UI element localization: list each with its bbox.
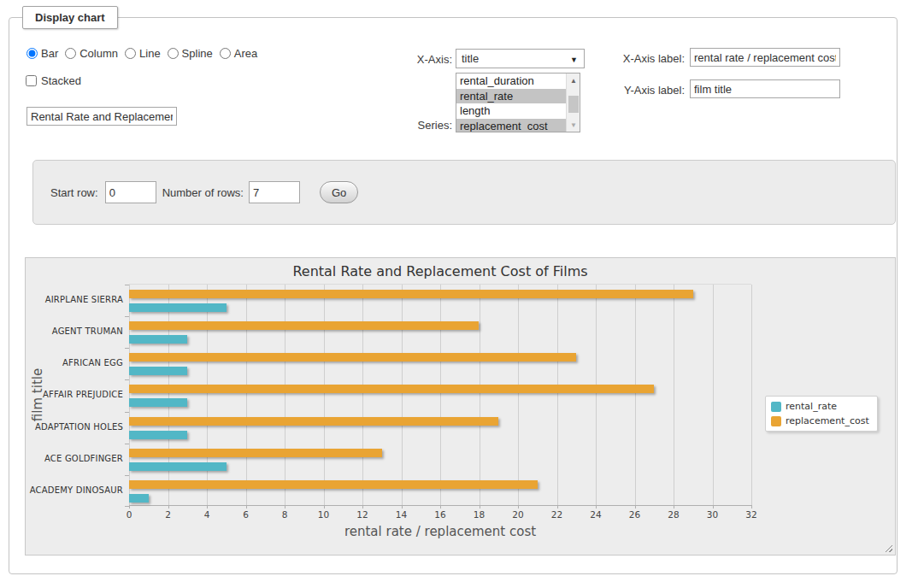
chart-legend: rental_ratereplacement_cost [765, 396, 878, 432]
fieldset-legend: Display chart [22, 6, 118, 29]
category-band [129, 348, 751, 379]
x-axis-select[interactable]: title ▼ [456, 49, 585, 68]
radio-label-bar: Bar [41, 47, 58, 60]
radio-label-spline: Spline [182, 47, 213, 60]
num-rows-label: Number of rows: [162, 186, 244, 199]
x-tick-label: 18 [462, 509, 497, 520]
x-tick-label: 24 [579, 509, 613, 520]
x-tick-label: 4 [190, 509, 224, 520]
y-axis-label-input[interactable] [690, 79, 840, 98]
x-tick-label: 8 [268, 509, 302, 520]
bar-replacement_cost [129, 290, 693, 298]
chart-title: Rental Rate and Replacement Cost of Film… [129, 263, 751, 279]
category-label: AIRPLANE SIERRA [26, 284, 123, 315]
start-row-label: Start row: [50, 186, 98, 199]
x-axis-title: rental rate / replacement cost [129, 524, 751, 539]
radio-spline[interactable] [168, 48, 179, 59]
x-tick-label: 26 [618, 509, 652, 520]
x-tick-label: 16 [423, 509, 457, 520]
radio-label-column: Column [79, 47, 118, 60]
series-option-replacement_cost[interactable]: replacement_cost [456, 119, 566, 133]
bar-rental_rate [129, 335, 187, 344]
x-tick-label: 10 [307, 509, 341, 520]
category-band [129, 379, 751, 411]
chart-type-radio-line[interactable]: Line [125, 47, 161, 60]
chart-type-radio-spline[interactable]: Spline [168, 47, 213, 60]
bar-replacement_cost [129, 321, 479, 330]
scroll-down-icon[interactable]: ▼ [567, 118, 580, 132]
radio-label-area: Area [234, 47, 257, 60]
legend-label: rental_rate [786, 401, 837, 412]
x-axis-label-input[interactable] [690, 48, 840, 67]
y-axis-label-field-label: Y-Axis label: [582, 84, 685, 97]
category-label: ACE GOLDFINGER [26, 443, 123, 474]
legend-swatch-rental_rate [771, 402, 781, 412]
row-controls-panel: Start row: Number of rows: Go [32, 160, 896, 225]
x-axis-select-label: X-Axis: [351, 53, 452, 66]
category-label: AFRICAN EGG [26, 347, 123, 379]
series-options: rental_durationrental_ratelengthreplacem… [456, 73, 566, 132]
num-rows-input[interactable] [249, 181, 300, 203]
series-option-length[interactable]: length [456, 103, 566, 119]
category-band [129, 412, 751, 444]
x-axis-select-value: title [462, 52, 479, 65]
chart-type-radio-area[interactable]: Area [220, 47, 257, 60]
radio-line[interactable] [125, 48, 136, 59]
bar-replacement_cost [129, 417, 498, 426]
category-label: ADAPTATION HOLES [26, 411, 123, 443]
radio-column[interactable] [65, 48, 76, 59]
legend-swatch-replacement_cost [771, 416, 781, 426]
plot-area [129, 284, 751, 506]
go-button[interactable]: Go [320, 181, 358, 203]
chart-title-input[interactable] [26, 107, 177, 126]
bar-rental_rate [129, 494, 149, 503]
legend-item-replacement_cost[interactable]: replacement_cost [771, 415, 869, 426]
radio-label-line: Line [139, 47, 161, 60]
x-tick-label: 2 [151, 509, 185, 520]
resize-handle-icon[interactable] [884, 544, 892, 552]
stacked-checkbox[interactable] [26, 75, 37, 86]
bar-rental_rate [129, 398, 187, 407]
series-listbox[interactable]: rental_durationrental_ratelengthreplacem… [456, 73, 580, 132]
stacked-label: Stacked [41, 74, 81, 87]
stacked-checkbox-row[interactable]: Stacked [26, 74, 81, 87]
display-chart-fieldset: Display chart BarColumnLineSplineArea St… [9, 17, 898, 574]
series-option-rental_rate[interactable]: rental_rate [456, 89, 566, 104]
legend-item-rental_rate[interactable]: rental_rate [771, 401, 869, 412]
category-band [129, 444, 751, 475]
start-row-input[interactable] [105, 181, 156, 203]
x-axis-label-field-label: X-Axis label: [582, 52, 685, 65]
category-label: ACADEMY DINOSAUR [26, 474, 123, 506]
bar-replacement_cost [129, 449, 382, 457]
category-labels: AIRPLANE SIERRAAGENT TRUMANAFRICAN EGGAF… [26, 284, 123, 506]
category-band [129, 475, 751, 507]
radio-bar[interactable] [26, 48, 38, 59]
bar-rental_rate [129, 367, 187, 375]
chart-type-radio-column[interactable]: Column [65, 47, 118, 60]
scrollbar-thumb[interactable] [568, 96, 579, 113]
legend-label: replacement_cost [786, 415, 869, 426]
chevron-down-icon: ▼ [570, 56, 578, 64]
x-axis-tick [751, 505, 752, 509]
chart-type-radio-group: BarColumnLineSplineArea [26, 47, 264, 60]
x-tick-label: 0 [112, 509, 146, 520]
bar-rental_rate [129, 303, 227, 312]
scroll-up-icon[interactable]: ▲ [567, 73, 580, 87]
bar-replacement_cost [129, 353, 576, 362]
bar-rental_rate [129, 462, 227, 471]
radio-area[interactable] [220, 48, 231, 59]
series-listbox-label: Series: [351, 119, 452, 132]
category-label: AGENT TRUMAN [26, 315, 123, 347]
y-axis-tick [125, 506, 129, 507]
x-tick-label: 12 [345, 509, 380, 520]
gridline [751, 285, 752, 505]
series-option-rental_duration[interactable]: rental_duration [456, 73, 566, 89]
x-axis-tick-labels: 02468101214161820222426283032 [129, 509, 751, 520]
chart-type-radio-bar[interactable]: Bar [26, 47, 58, 60]
bar-replacement_cost [129, 480, 538, 489]
series-scrollbar[interactable]: ▲ ▼ [566, 73, 580, 132]
x-tick-label: 28 [656, 509, 691, 520]
x-tick-label: 30 [696, 509, 730, 520]
bar-replacement_cost [129, 385, 654, 393]
chart: Rental Rate and Replacement Cost of Film… [25, 257, 896, 556]
